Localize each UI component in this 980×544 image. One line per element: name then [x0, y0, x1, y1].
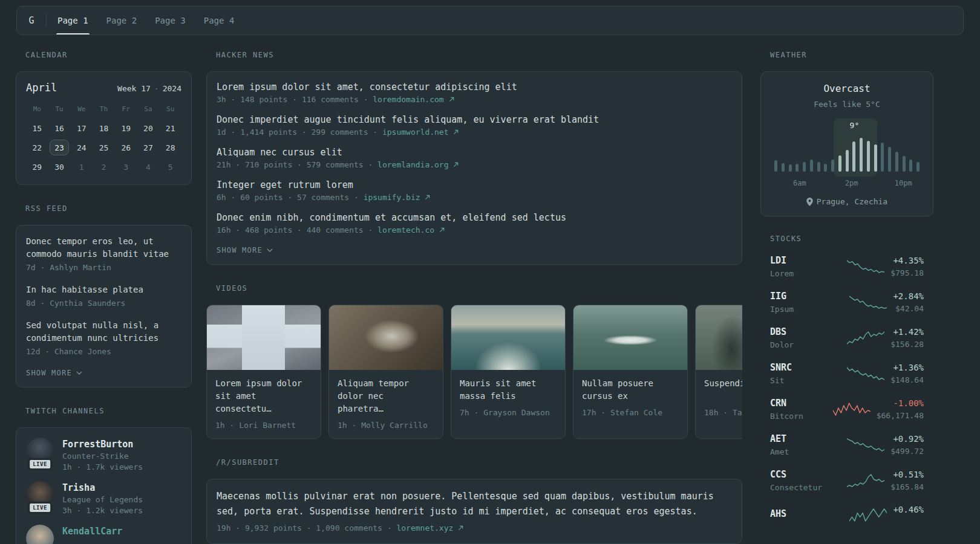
stock-row[interactable]: CCS Consectetur +0.51% $165.84 — [770, 469, 924, 492]
calendar-day: 21 — [159, 120, 181, 136]
stock-change: +0.51% — [890, 470, 924, 479]
chevron-down-icon — [76, 371, 82, 375]
topbar-divider — [46, 14, 47, 27]
weather-location: Prague, Czechia — [771, 197, 923, 206]
video-card[interactable]: Mauris sit amet massa felis 7h · Grayson… — [451, 305, 566, 439]
app-logo[interactable]: G — [17, 15, 46, 26]
hn-item-title[interactable]: Donec imperdiet augue tincidunt felis al… — [217, 114, 732, 125]
tab-page-2[interactable]: Page 2 — [105, 7, 139, 34]
rss-item: In hac habitasse platea 8d · Cynthia Sau… — [26, 283, 181, 309]
weather-bar — [810, 160, 813, 172]
calendar-day: 25 — [93, 140, 115, 155]
stock-name: Dolor — [770, 340, 841, 349]
rss-show-more-label: SHOW MORE — [26, 369, 72, 377]
stock-row[interactable]: AHS +0.46% — [770, 505, 924, 525]
hn-item-domain-link[interactable]: loremtech.co — [377, 225, 445, 235]
video-thumbnail — [329, 305, 443, 370]
stock-row[interactable]: AET Amet +0.92% $499.72 — [770, 433, 924, 456]
hackernews-widget: HACKER NEWS Lorem ipsum dolor sit amet, … — [206, 51, 742, 265]
hn-item-title[interactable]: Aliquam nec cursus elit — [217, 147, 732, 158]
stock-id: AET Amet — [770, 433, 841, 456]
external-link-icon — [449, 97, 454, 102]
twitch-avatar-wrap: LIVE — [26, 525, 54, 544]
stock-symbol: LDI — [770, 255, 841, 266]
video-card[interactable]: Lorem ipsum dolor sit amet consectetu… 1… — [206, 305, 321, 439]
tab-page-4[interactable]: Page 4 — [203, 7, 236, 34]
hn-item-title[interactable]: Integer eget rutrum lorem — [217, 180, 732, 190]
weather-time-label: 2pm — [845, 179, 858, 187]
hn-item-title[interactable]: Lorem ipsum dolor sit amet, consectetur … — [217, 82, 732, 92]
rss-item: Sed volutpat nulla nisl, a condimentum n… — [26, 319, 181, 358]
weather-location-label: Prague, Czechia — [817, 197, 887, 206]
stock-price: $42.04 — [893, 304, 924, 313]
chevron-down-icon — [267, 248, 273, 252]
stock-id: LDI Lorem — [770, 255, 841, 278]
calendar-week-year: Week 17·2024 — [117, 84, 181, 93]
twitch-channel[interactable]: LIVE KendallCarr — [26, 525, 181, 544]
hn-item: Donec imperdiet augue tincidunt felis al… — [217, 114, 732, 137]
video-card[interactable]: Suspendisse diam 18h · Tara — [695, 305, 742, 439]
subreddit-post-meta: 19h · 9,932 points · 1,090 comments · lo… — [217, 523, 732, 534]
calendar-day-next-month: 4 — [137, 159, 160, 175]
stock-symbol: AHS — [770, 508, 843, 519]
stock-row[interactable]: DBS Dolor +1.42% $156.28 — [770, 326, 924, 349]
hn-item-domain-link[interactable]: ipsumworld.net — [382, 128, 459, 137]
hn-item-domain-link[interactable]: loremlandia.org — [377, 160, 459, 169]
stock-name: Amet — [770, 447, 841, 456]
twitch-channel-info: Trisha League of Legends 3h · 1.2k viewe… — [62, 481, 143, 515]
rss-item-title[interactable]: Donec tempor eros leo, ut commodo mauris… — [26, 235, 181, 261]
calendar-separator: · — [154, 84, 159, 93]
weather-bar — [852, 141, 855, 172]
stock-row[interactable]: LDI Lorem +4.35% $795.18 — [770, 255, 924, 278]
hn-item-domain-link[interactable]: loremdomain.com — [373, 95, 454, 104]
stock-symbol: AET — [770, 433, 841, 444]
hn-item-meta: 3h · 148 points · 116 comments · loremdo… — [217, 95, 732, 104]
hackernews-show-more-button[interactable]: SHOW MORE — [217, 246, 273, 254]
tab-page-3[interactable]: Page 3 — [154, 7, 187, 34]
stock-symbol: DBS — [770, 326, 841, 337]
calendar-card: April Week 17·2024 Mo Tu We Th Fr Sa Su … — [16, 71, 192, 185]
tab-page-1[interactable]: Page 1 — [56, 7, 90, 34]
stock-values: +1.42% $156.28 — [890, 327, 924, 349]
rss-item-title[interactable]: Sed volutpat nulla nisl, a condimentum n… — [26, 319, 181, 345]
calendar-day: 17 — [70, 120, 93, 136]
rss-show-more-button[interactable]: SHOW MORE — [26, 369, 82, 377]
video-title: Mauris sit amet massa felis — [460, 377, 557, 403]
calendar-dow: Fr — [115, 103, 137, 114]
hn-item-title[interactable]: Donec enim nibh, condimentum et accumsan… — [217, 212, 732, 223]
hn-item: Lorem ipsum dolor sit amet, consectetur … — [217, 82, 732, 104]
stock-row[interactable]: CRN Bitcorn -1.00% $66,171.48 — [770, 398, 924, 421]
calendar-section-title: CALENDAR — [16, 51, 192, 59]
twitch-channel-meta: 1h · 1.7k viewers — [62, 462, 143, 471]
weather-time-label: 10pm — [895, 179, 912, 187]
twitch-channel[interactable]: LIVE ForrestBurton Counter-Strike 1h · 1… — [26, 438, 181, 471]
stock-sparkline — [847, 330, 884, 346]
twitch-channel[interactable]: LIVE Trisha League of Legends 3h · 1.2k … — [26, 481, 181, 515]
subreddit-post-title[interactable]: Maecenas mollis pulvinar erat non posuer… — [217, 489, 732, 519]
live-badge: LIVE — [28, 502, 52, 514]
video-body: Mauris sit amet massa felis 7h · Grayson… — [451, 370, 565, 426]
video-card[interactable]: Nullam posuere cursus ex 17h · Stefan Co… — [573, 305, 688, 439]
rss-item-title[interactable]: In hac habitasse platea — [26, 283, 181, 296]
weather-bar-chart — [772, 125, 922, 172]
calendar-header: April Week 17·2024 — [26, 82, 181, 94]
hackernews-show-more-label: SHOW MORE — [217, 246, 263, 254]
calendar-day-next-month: 2 — [93, 159, 115, 175]
twitch-channel-name: ForrestBurton — [62, 438, 143, 450]
hn-item-domain-link[interactable]: ipsumify.biz — [364, 193, 431, 202]
rss-item-meta: 8d · Cynthia Saunders — [26, 298, 181, 309]
subreddit-widget: /R/SUBREDDIT Maecenas mollis pulvinar er… — [206, 458, 742, 544]
hackernews-card: Lorem ipsum dolor sit amet, consectetur … — [206, 71, 742, 265]
twitch-card: LIVE ForrestBurton Counter-Strike 1h · 1… — [16, 427, 192, 544]
video-title: Aliquam tempor dolor nec pharetra… — [338, 377, 434, 415]
weather-bar — [782, 163, 785, 172]
twitch-widget: TWITCH CHANNELS LIVE ForrestBurton Count… — [16, 407, 192, 544]
subreddit-domain-link[interactable]: loremnet.xyz — [396, 523, 463, 533]
video-card[interactable]: Aliquam tempor dolor nec pharetra… 1h · … — [328, 305, 443, 439]
stock-row[interactable]: SNRC Sit +1.36% $148.64 — [770, 362, 924, 385]
video-thumbnail — [451, 305, 565, 370]
stocks-widget: STOCKS LDI Lorem +4.35% $795.18 IIG — [760, 235, 933, 525]
rss-item-meta: 7d · Ashlyn Martin — [26, 262, 181, 274]
stock-row[interactable]: IIG Ipsum +2.84% $42.04 — [770, 291, 924, 314]
stock-values: +0.51% $165.84 — [890, 470, 924, 491]
